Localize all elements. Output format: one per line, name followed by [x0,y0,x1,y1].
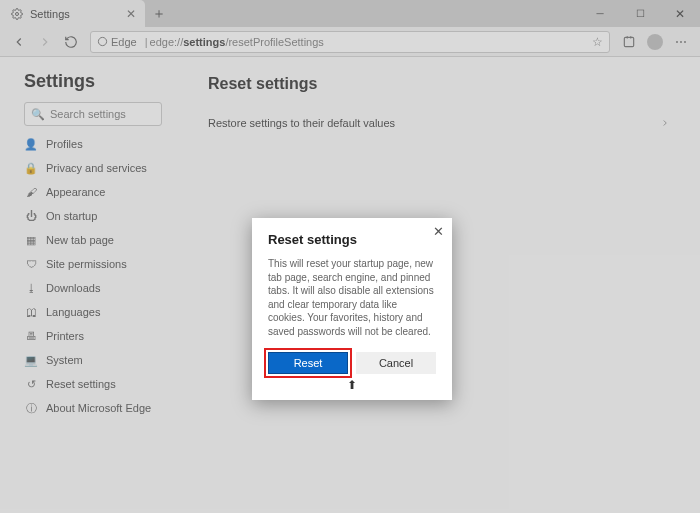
cursor-icon: ⬆ [347,378,357,392]
reset-button[interactable]: Reset ⬆ [268,352,348,374]
dialog-close-button[interactable]: ✕ [433,224,444,239]
dialog-title: Reset settings [268,232,436,247]
reset-settings-dialog: ✕ Reset settings This will reset your st… [252,218,452,400]
cancel-button[interactable]: Cancel [356,352,436,374]
dialog-body: This will reset your startup page, new t… [268,257,436,338]
dialog-button-row: Reset ⬆ Cancel [268,352,436,374]
